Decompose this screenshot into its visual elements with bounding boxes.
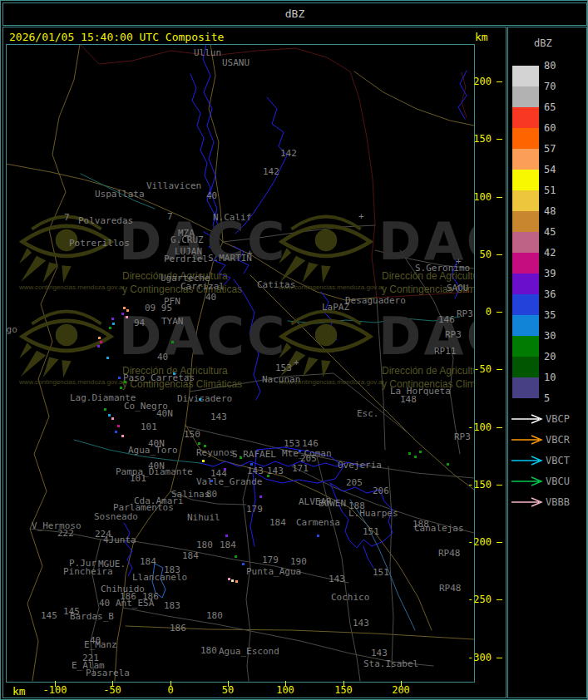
right-axis-tick-label: -300 [453,652,492,663]
map-place-label: Ant_ESA [116,599,154,608]
map-place-label: 145 [41,611,57,620]
map-place-label: 40 [90,636,101,645]
legend-value-label: 65 [544,101,556,113]
radar-echo [117,425,120,427]
map-place-label: 09 95 [145,303,172,313]
right-axis-tick [497,599,502,600]
vector-arrow-icon-vbbb [511,497,544,508]
map-place-label: SAOU [447,283,469,293]
watermark-url: www.contingencias.mendoza.gov.ar [19,283,125,291]
map-place-label: 94 [134,318,145,328]
map-place-label: Llancanelo [132,573,187,582]
map-place-label: 40 [157,352,168,362]
legend-value-label: 60 [544,122,556,134]
map-place-label: 143 [371,648,388,658]
radar-echo [210,480,213,482]
radar-echo [235,555,237,558]
map-place-label: 143 [210,412,227,421]
legend-swatch-30 [512,336,539,357]
radar-echo [104,408,106,411]
legend-value-label: 20 [544,351,556,362]
map-place-label: Sosneado [94,512,138,521]
map-place-label: Carrizal [180,282,225,291]
legend-swatch-60 [512,128,539,149]
map-place-label: Potrerillos [69,239,130,248]
map-place-label: Cochico [331,593,369,602]
map-place-label: Desaguadero [345,296,406,305]
map-place-label: 179 [246,505,263,514]
legend-swatch-70 [512,86,539,107]
legend-value-label: 36 [544,288,556,300]
map-place-label: LaPAZ [322,303,349,312]
radar-echo [228,578,230,580]
radar-echo [171,341,174,343]
legend-swatch-39 [512,274,539,294]
radar-echo [202,460,205,462]
map-place-label: 101 [130,474,146,483]
radar-echo [198,442,200,445]
map-place-label: + [358,212,364,221]
legend-value-label: 30 [544,330,556,342]
map-place-label: 7 [167,212,173,221]
map-place-label: La_Horqueta [390,387,451,396]
radar-echo [317,535,319,537]
right-axis-tick [497,197,502,198]
legend-value-label: 45 [544,226,556,238]
map-place-label: Ovejeria [338,461,382,470]
legend-value-label: 39 [544,268,556,279]
radar-echo [419,451,422,453]
bottom-axis-tick [285,681,286,687]
right-axis-tick-label: -100 [453,421,492,433]
map-place-label: Divisadero [177,394,232,403]
radar-map[interactable]: www.contingencias.mendoza.gov.arDACCDire… [6,44,475,683]
map-place-label: + [247,249,253,258]
map-place-label: Pincheira [63,567,113,576]
map-place-label: 180 [206,611,223,620]
map-place-label: 40 [99,599,110,608]
radar-app-window: dBZ 2026/01/05 15:40:00 UTC Composite km… [0,0,588,700]
legend-swatch-57 [512,149,539,170]
right-axis-tick [497,312,502,313]
map-place-label: 205 [300,454,317,463]
radar-echo [121,313,124,315]
radar-echo [98,337,101,339]
map-place-label: USANU [222,58,250,67]
legend-swatch-35 [512,315,539,336]
right-axis-tick-label: 0 [453,306,492,318]
radar-echo [108,414,111,417]
vector-arrow-icon-vbct [511,456,544,466]
right-axis-tick [497,658,502,658]
window-title: dBZ [285,7,304,20]
legend-value-label: 54 [544,164,556,175]
bottom-axis-tick [55,681,56,687]
map-place-label: Nihuil [187,513,220,522]
dacc-watermark: www.contingencias.mendoza.gov.arDACCDire… [277,207,475,307]
watermark-url: www.contingencias.mendoza.gov.ar [19,378,125,386]
map-place-label: Catitas [257,280,295,289]
map-place-label: Sta.Isabel [363,659,418,668]
map-place-label: RP48 [439,584,462,593]
right-axis-tick [497,81,502,82]
vector-label: VBCT [546,455,570,466]
map-place-label: Punta_Agua [246,567,301,576]
bottom-axis-tick [228,681,229,687]
map-place-label: 7 [64,213,70,222]
radar-map-content: www.contingencias.mendoza.gov.arDACCDire… [6,44,475,683]
legend-value-label: 5 [544,392,550,404]
radar-echo [123,307,126,309]
vector-label: VBBB [546,496,570,508]
map-place-label: 101 [141,422,157,431]
right-axis-tick [497,139,502,140]
legend-swatch-48 [512,211,539,232]
legend-swatch-45 [512,232,539,253]
map-place-label: 143 [353,619,369,628]
map-place-label: 179 [262,555,279,564]
legend-value-label: 70 [544,81,556,92]
map-place-label: 184 [140,557,156,566]
map-place-label: RP11 [434,347,457,356]
map-place-label: 206 [373,486,389,495]
legend-title: dBZ [534,37,552,49]
map-place-label: 146 [438,315,455,324]
window-title-bar: dBZ [2,2,587,26]
map-place-label: 205 [346,478,363,487]
